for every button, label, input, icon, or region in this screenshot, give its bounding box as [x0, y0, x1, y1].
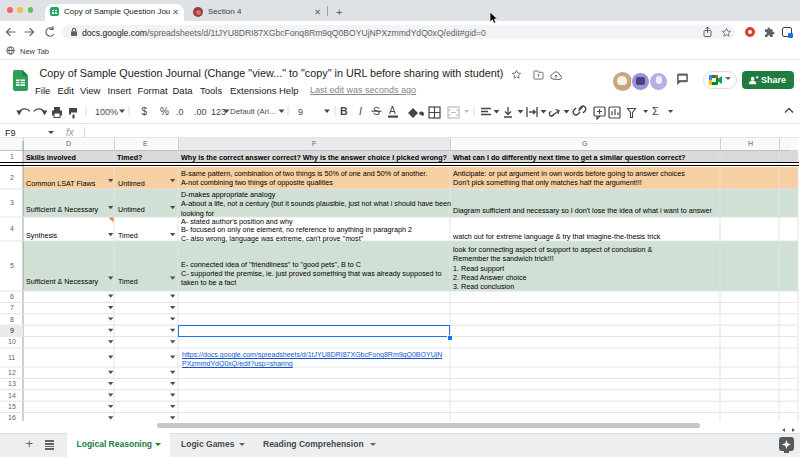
svg-text:Σ: Σ [652, 105, 659, 117]
svg-text:100%: 100% [95, 107, 118, 117]
svg-text:%: % [160, 106, 169, 117]
svg-text:$: $ [142, 106, 148, 117]
svg-text:Default (Ari…: Default (Ari… [230, 107, 277, 116]
svg-text:123: 123 [211, 107, 226, 117]
svg-text:.0: .0 [176, 107, 184, 117]
svg-text:B: B [340, 105, 348, 117]
svg-text:I: I [359, 105, 362, 117]
svg-text:9: 9 [298, 107, 303, 117]
svg-text:.00: .00 [194, 107, 207, 117]
svg-text:A: A [389, 105, 396, 116]
